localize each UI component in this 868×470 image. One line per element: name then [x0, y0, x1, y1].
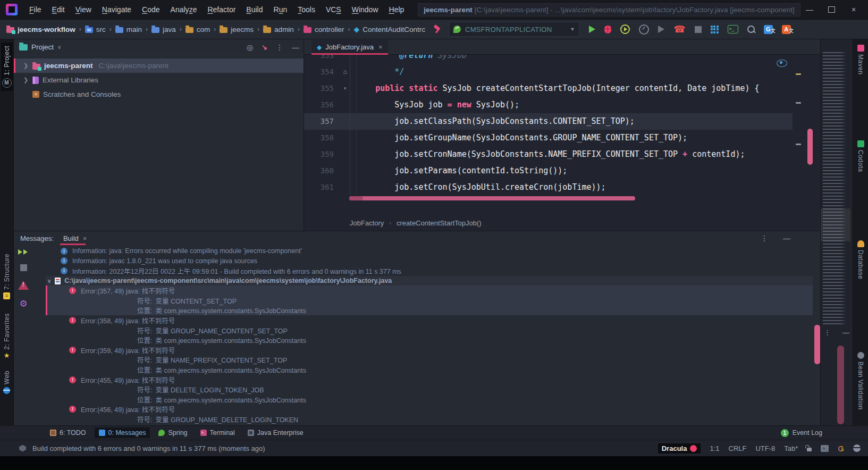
tool-button-6-todo[interactable]: 6: TODO [46, 427, 90, 438]
menu-navigate[interactable]: Navigate [98, 4, 136, 15]
menu-tools[interactable]: Tools [293, 4, 319, 15]
inspections-eye-icon[interactable] [777, 60, 787, 67]
crumb-contentauditcontrc[interactable]: ◆ContentAuditContrc [353, 26, 425, 33]
error-location-row[interactable]: 位置:类 com.jeecms.system.constants.SysJobC… [46, 365, 813, 375]
error-row[interactable]: !Error:(456, 49) java: 找不到符号 [46, 405, 813, 415]
breadcrumb-class[interactable]: JobFactory [350, 219, 384, 227]
hide-panel-icon[interactable]: — [292, 43, 299, 52]
panel-options-icon[interactable]: ⋮ [276, 43, 283, 52]
tool-button-favorites[interactable]: 2: Favorites ★ [2, 310, 12, 363]
tool-button-structure[interactable]: 7: Structure ≡ [2, 250, 12, 303]
panel-options-icon[interactable]: ⋮ [824, 329, 831, 337]
tool-button-project[interactable]: 1: Project M [1, 43, 13, 91]
error-row[interactable]: !Error:(358, 49) java: 找不到符号 [46, 315, 813, 325]
error-symbol-row[interactable]: 符号:变量 GROUP_NAME_DELETE_LOGIN_TOKEN [46, 414, 813, 424]
translate-orange-icon[interactable]: A [782, 25, 791, 34]
tool-button-codota[interactable]: Codota [853, 140, 868, 172]
locate-file-icon[interactable]: ◎ [247, 43, 253, 52]
error-symbol-row[interactable]: 符号:变量 CONTENT_SET_TOP [46, 296, 813, 306]
tool-button-maven[interactable]: Maven [853, 45, 868, 75]
build-hammer-icon[interactable] [433, 24, 442, 34]
editor-vertical-scrollbar[interactable] [807, 129, 813, 165]
caret-position-widget[interactable]: 1:1 [710, 444, 719, 452]
error-symbol-row[interactable]: 符号:变量 GROUP_NAME_CONTENT_SET_TOP [46, 325, 813, 335]
error-location-row[interactable]: 位置:类 com.jeecms.system.constants.SysJobC… [46, 395, 813, 405]
error-location-row[interactable]: 位置:类 com.jeecms.system.constants.SysJobC… [46, 306, 813, 316]
error-row[interactable]: !Error:(357, 49) java: 找不到符号 [46, 286, 813, 296]
close-tab-icon[interactable]: × [83, 234, 87, 242]
code-line-358[interactable]: 358 job.setGroupName(SysJobConstants.GRO… [304, 130, 793, 146]
chevron-right-icon[interactable]: ❯ [23, 77, 29, 83]
menu-build[interactable]: Build [242, 4, 267, 15]
tool-button-bean-validation[interactable]: Bean Validation [853, 352, 868, 410]
unlock-icon[interactable] [807, 448, 812, 451]
menu-code[interactable]: Code [138, 4, 164, 15]
google-icon[interactable]: G [838, 444, 844, 453]
indent-widget[interactable]: Tab* [784, 444, 798, 452]
terminal-status-icon[interactable]: >_ [821, 445, 829, 452]
fold-marker-icon[interactable]: ⌂ [334, 64, 356, 80]
menu-run[interactable]: Run [269, 4, 292, 15]
close-tab-icon[interactable]: × [378, 43, 383, 51]
menu-view[interactable]: View [71, 4, 96, 15]
hide-panel-icon[interactable]: — [783, 234, 790, 242]
tool-button-spring[interactable]: Spring [154, 427, 191, 438]
error-stripe-mark[interactable] [796, 73, 801, 75]
rerun-build-icon[interactable] [18, 249, 29, 255]
error-location-row[interactable]: 位置:类 com.jeecms.system.constants.SysJobC… [46, 335, 813, 345]
build-info-row[interactable]: iInformation: java: Errors occurred whil… [46, 246, 813, 256]
incognito-icon[interactable] [853, 444, 861, 452]
build-info-row[interactable]: iInformation: javac 1.8.0_221 was used t… [46, 256, 813, 266]
close-window-icon[interactable]: × [849, 5, 858, 14]
editor-area[interactable]: ◆ JobFactory.java × 353 @return SysJob35… [304, 39, 820, 231]
encoding-widget[interactable]: UTF-8 [755, 444, 775, 452]
crumb-controller[interactable]: controller [304, 26, 344, 33]
hide-panel-icon[interactable]: — [842, 329, 849, 337]
crumb-admin[interactable]: admin [263, 26, 294, 33]
build-file-row[interactable]: ∨C:\java\jeecms-parent\jeecms-component\… [46, 276, 813, 286]
attach-debugger-icon[interactable]: ☎ [673, 24, 685, 34]
crumb-java[interactable]: java [151, 26, 176, 33]
tool-button-web[interactable]: Web [2, 367, 12, 397]
error-row[interactable]: !Error:(359, 48) java: 找不到符号 [46, 345, 813, 355]
maximize-window-icon[interactable] [828, 6, 835, 13]
tool-button-0-messages[interactable]: 0: Messages [95, 427, 150, 438]
code-viewport[interactable]: 353 @return SysJob354⌂ */355▾ public sta… [304, 55, 793, 195]
menu-edit[interactable]: Edit [48, 4, 69, 15]
run-with-coverage-button[interactable] [620, 24, 630, 34]
code-line-356[interactable]: 356 SysJob job = new SysJob(); [304, 97, 793, 113]
debug-button[interactable] [604, 26, 611, 33]
code-line-353[interactable]: 353 @return SysJob [304, 55, 793, 64]
menu-analyze[interactable]: Analyze [166, 4, 201, 15]
tool-button-database[interactable]: Database [853, 240, 868, 279]
tab-build[interactable]: Build × [61, 231, 89, 245]
menu-vcs[interactable]: VCS [322, 4, 345, 15]
crumb-jeecms-workflow[interactable]: jeecms-workflow [6, 26, 75, 33]
run-configuration-select[interactable]: CMSFRONTAPPLICATION ▼ [449, 22, 579, 37]
menu-refactor[interactable]: Refactor [203, 4, 240, 15]
chevron-down-icon[interactable]: ▼ [570, 27, 575, 32]
code-line-361[interactable]: 361 job.setCron(SysJobUtil.createCron(jo… [304, 179, 793, 195]
terminal-icon[interactable]: >_ [728, 25, 738, 33]
menu-window[interactable]: Window [348, 4, 383, 15]
run-button[interactable] [589, 26, 595, 33]
menu-file[interactable]: File [25, 4, 46, 15]
breadcrumb-method[interactable]: createContentStartTopJob() [397, 219, 482, 227]
error-row[interactable]: !Error:(455, 49) java: 找不到符号 [46, 375, 813, 385]
tree-item-scratches-and-consoles[interactable]: ≡Scratches and Consoles [14, 87, 304, 102]
minimize-window-icon[interactable]: — [805, 5, 814, 14]
code-line-359[interactable]: 359 job.setCronName(SysJobConstants.NAME… [304, 146, 793, 163]
chevron-right-icon[interactable]: ❯ [23, 62, 29, 69]
tree-item-external-libraries[interactable]: ❯External Libraries [14, 73, 304, 87]
event-log-button[interactable]: 1Event Log [781, 429, 822, 437]
tool-button-java-enterprise[interactable]: ▦Java Enterprise [243, 427, 308, 438]
crumb-com[interactable]: com [186, 26, 210, 33]
grid-icon[interactable] [711, 26, 719, 33]
tree-item-jeecms-parent[interactable]: ❯jeecms-parentC:\java\jeecms-parent [14, 58, 304, 73]
code-line-360[interactable]: 360 job.setParams(contentId.toString()); [304, 163, 793, 179]
tool-button-terminal[interactable]: >_Terminal [196, 427, 239, 438]
build-info-row[interactable]: iInformation: 2022年12月22日 0022 上午 09:59:… [46, 266, 813, 276]
dock-scrollbar[interactable] [837, 346, 844, 424]
editor-horizontal-scrollbar[interactable] [349, 196, 635, 200]
error-stripe-mark[interactable] [796, 102, 801, 104]
